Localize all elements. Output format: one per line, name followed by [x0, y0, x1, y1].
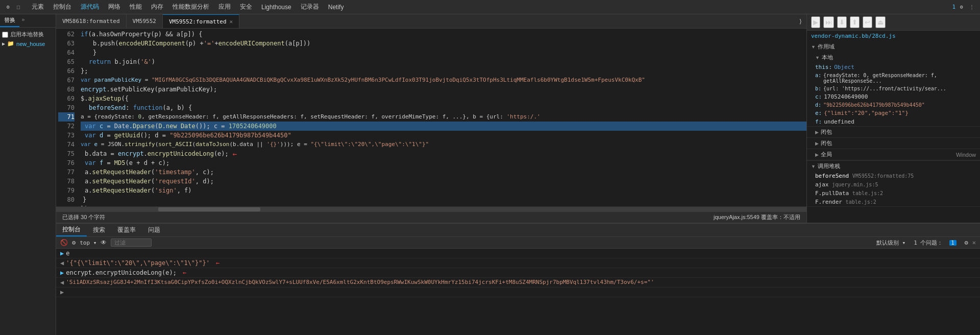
console-settings-gear[interactable]: ⚙ — [965, 239, 968, 246]
menu-performance[interactable]: 性能 — [126, 2, 146, 12]
menu-sources[interactable]: 源代码 — [77, 2, 103, 12]
console-line-encrypt-call: ▶ encrypt.encryptUnicodeLong(e); ← — [56, 268, 980, 278]
console-prompt-icon[interactable]: ▶ — [60, 269, 64, 276]
folder-icon: 📁 — [7, 40, 14, 47]
issue-badge[interactable]: 1 — [949, 240, 957, 246]
devtools-icon[interactable]: ⚙ — [4, 3, 12, 11]
clear-console-btn[interactable]: 🚫 — [60, 239, 68, 246]
folder-row[interactable]: ▶ 📁 new_house — [2, 39, 54, 48]
code-line: } — [81, 195, 806, 204]
callstack-fn-render: F.render — [815, 199, 842, 205]
tab-vm59552formatted[interactable]: VM59552:formatted ✕ — [163, 14, 239, 28]
scope-header-zuoyongyu[interactable]: ▼ 作用域 — [807, 41, 980, 52]
scope-header-global[interactable]: ▶ 全局 Window — [807, 149, 980, 160]
default-level-selector[interactable]: 默认级别 ▾ — [876, 239, 905, 247]
more-icon[interactable]: ⋮ — [968, 3, 976, 11]
tab-expand-btn[interactable]: » — [19, 14, 27, 27]
scope-section-zuoyongyu: ▼ 作用域 ▼ 本地 this: Object — [807, 41, 980, 161]
code-line: a.setRequestHeader('sign', f) — [81, 186, 806, 195]
context-selector[interactable]: top ▾ — [80, 240, 96, 246]
step-over-btn[interactable]: ⏭ — [823, 16, 834, 28]
deactivate-btn[interactable]: ⏏ — [875, 16, 886, 28]
scope-item-c: c: 1705240649000 — [807, 92, 980, 101]
menu-perf-insights[interactable]: 性能数据分析 — [168, 2, 213, 12]
scope-section-closure2: ▶ 闭包 — [807, 138, 980, 149]
scope-section-closure1: ▶ 闭包 — [807, 127, 980, 138]
tab-label-vm59552formatted: VM59552:formatted — [169, 18, 227, 25]
code-line: } — [81, 48, 806, 57]
console-line-empty: ▶ — [56, 288, 980, 297]
code-line-highlighted: var c = Date.Dparse(D.new Date()); c = 1… — [81, 122, 806, 131]
selection-status: 已选择 30 个字符 — [62, 213, 105, 221]
step-into-btn[interactable]: ⬇ — [837, 16, 847, 28]
code-line: var d = getUuid(); d = "9b225096be626b41… — [81, 131, 806, 140]
step-btn[interactable]: ↩ — [863, 16, 872, 28]
code-content[interactable]: if (a.hasOwnProperty(p) && a[p]) { b.pus… — [77, 29, 806, 206]
menu-memory[interactable]: 内存 — [147, 2, 167, 12]
callstack-item-beforesend[interactable]: beforeSend VM59552:formatted:75 — [807, 172, 980, 180]
menu-network[interactable]: 网络 — [104, 2, 125, 12]
scope-header-closure2[interactable]: ▶ 闭包 — [807, 138, 980, 149]
scope-item-this: this: Object — [807, 63, 980, 71]
tab-coverage[interactable]: 覆盖率 — [111, 224, 142, 236]
tab-expand-right[interactable]: ⟩ — [795, 14, 806, 28]
menu-elements[interactable]: 元素 — [28, 2, 48, 12]
tab-close-icon[interactable]: ✕ — [230, 18, 233, 25]
code-line: var e = JSON.stringify(sort_ASCII(dataTo… — [81, 140, 806, 149]
tab-console[interactable]: 控制台 — [56, 224, 87, 236]
devtools-icons: ⚙ ⬚ — [4, 3, 22, 11]
scope-header-local[interactable]: ▼ 本地 — [807, 52, 980, 63]
menu-bar: ⚙ ⬚ 元素 控制台 源代码 网络 性能 内存 性能数据分析 应用 安全 Lig… — [0, 0, 980, 14]
code-scrollbar[interactable] — [56, 206, 806, 211]
callstack-title: 调用堆栈 — [818, 162, 840, 170]
left-panel-content: 启用本地替换 ▶ 📁 new_house — [0, 28, 56, 335]
scope-item-e: e: {"limit":"20","page":"1"} — [807, 109, 980, 117]
global-value: Window — [956, 152, 976, 158]
menu-console[interactable]: 控制台 — [49, 2, 76, 12]
console-settings-btn[interactable]: ⚙ — [72, 239, 76, 246]
callstack-file-ajax: jquery.min.js:5 — [832, 182, 878, 187]
menu-security[interactable]: 安全 — [236, 2, 256, 12]
code-line: a.setRequestHeader('requestId', d); — [81, 177, 806, 186]
expand-arrow-icon[interactable]: ▶ — [60, 250, 64, 257]
scope-item-d: d: "9b225096be626b4179b987b549b4450" — [807, 101, 980, 109]
code-line: b.push(encodeURIComponent(p) + '=' + enc… — [81, 39, 806, 48]
callstack-file-render: table.js:2 — [846, 199, 876, 205]
replace-checkbox[interactable] — [2, 32, 8, 38]
menu-recorder[interactable]: 记录器 — [297, 2, 323, 12]
global-chevron-icon: ▶ — [815, 152, 819, 157]
callstack-item-pulldata[interactable]: F.pullData table.js:2 — [807, 189, 980, 198]
left-panel: 替换 » 启用本地替换 ▶ 📁 new_house — [0, 14, 56, 335]
callstack-item-render[interactable]: F.render table.js:2 — [807, 198, 980, 206]
console-close-btn[interactable]: ✕ — [972, 239, 976, 246]
tab-search[interactable]: 搜索 — [87, 224, 111, 236]
callstack-item-ajax[interactable]: ajax jquery.min.js:5 — [807, 180, 980, 189]
resume-btn[interactable]: ▶ — [811, 16, 820, 28]
menu-application[interactable]: 应用 — [214, 2, 235, 12]
prompt-arrow-icon: ▶ — [60, 289, 64, 296]
scope-section-global: ▶ 全局 Window — [807, 149, 980, 160]
code-line: var f = MD5(e + d + c); — [81, 158, 806, 167]
tab-replace[interactable]: 替换 — [0, 14, 19, 27]
console-text-e-result: '{"{\"limit\":\"20\",\"page\":\"1\"}"}' — [66, 259, 210, 267]
red-arrow-74: ← — [233, 149, 237, 158]
console-text-encrypt-result: 'Si1ADXzSRsazjGG8J4+2MnIfI3KtsaG0CipYPxf… — [66, 279, 654, 285]
menu-lighthouse[interactable]: Lighthouse — [257, 3, 296, 12]
inspect-icon[interactable]: ⬚ — [14, 3, 22, 11]
show-console-sidebar-btn[interactable]: 👁 — [101, 239, 107, 246]
callstack-fn-ajax: ajax — [815, 181, 829, 188]
result-icon: ◀ — [60, 279, 64, 286]
settings-icon[interactable]: ⚙ — [958, 3, 966, 11]
tab-vm58618[interactable]: VM58618:formatted — [56, 14, 127, 28]
scope-local-title: 本地 — [822, 54, 833, 61]
code-area: 62 63 64 65 66 67 68 69 70 71 72 73 74 7… — [56, 29, 806, 206]
callstack-header[interactable]: ▼ 调用堆栈 — [807, 161, 980, 172]
menu-netify[interactable]: Netify — [324, 3, 348, 12]
vendor-file-link[interactable]: vendor-dynamic.bb/28cd.js — [807, 31, 980, 41]
tabs-bar: VM58618:formatted VM59552 VM59552:format… — [56, 14, 806, 29]
console-filter-input[interactable] — [111, 238, 152, 247]
scope-header-closure1[interactable]: ▶ 闭包 — [807, 127, 980, 137]
tab-vm59552[interactable]: VM59552 — [127, 14, 163, 28]
step-out-btn[interactable]: ⬆ — [850, 16, 860, 28]
tab-issues[interactable]: 问题 — [142, 224, 166, 236]
